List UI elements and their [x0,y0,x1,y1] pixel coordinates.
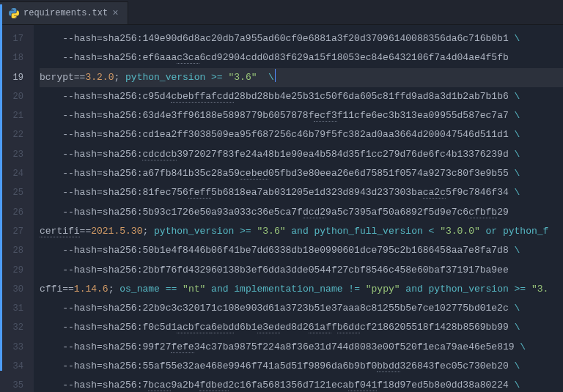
line-number: 18 [0,48,34,67]
line-number: 27 [0,222,34,241]
tab-filename: requirements.txt [23,8,108,18]
code-line: bcrypt==3.2.0; python_version >= "3.6" \ [40,68,563,87]
line-number: 35 [0,376,34,392]
close-icon[interactable]: × [112,8,118,18]
tab-bar: requirements.txt × [0,0,563,25]
line-number: 33 [0,338,34,357]
code-area[interactable]: --hash=sha256:149e90d6d8ac20db7a955ad60c… [34,25,563,392]
code-line: --hash=sha256:50b1e4f8446b06f41be7dd6338… [40,241,563,260]
text-cursor [275,69,276,82]
code-line: --hash=sha256:55af55e32ae468e9946f741a5d… [40,357,563,376]
code-line: --hash=sha256:ef6aaac3ca6cd92904cdd0d83f… [40,48,563,67]
python-icon [9,8,19,18]
code-line: --hash=sha256:a67fb841b35c28a59cebed05fb… [40,164,563,183]
code-line: --hash=sha256:63d4e3ff96188e5898779b6057… [40,106,563,125]
code-editor[interactable]: 17181920212223242526272829303132333435 -… [0,25,563,392]
line-number: 29 [0,261,34,280]
line-number: 26 [0,203,34,222]
line-number: 20 [0,87,34,106]
line-number: 23 [0,145,34,164]
line-number: 34 [0,357,34,376]
code-line: certifi==2021.5.30; python_version >= "3… [40,222,563,241]
code-line: --hash=sha256:81fec756feff5b6818ea7ab031… [40,183,563,202]
code-line: cffi==1.14.6; os_name == "nt" and implem… [40,280,563,299]
line-number-gutter: 17181920212223242526272829303132333435 [0,25,34,392]
line-number: 24 [0,164,34,183]
code-line: --hash=sha256:99f27fefe34c37ba9875f224a8… [40,338,563,357]
line-number: 31 [0,299,34,318]
active-line-marker [0,25,2,371]
code-line: --hash=sha256:7bcac9a2b4fdbed2c16fa56813… [40,376,563,392]
line-number: 32 [0,318,34,337]
line-number: 17 [0,29,34,48]
code-line: --hash=sha256:c95d4cbebffafcdd28bd28bb4e… [40,87,563,106]
code-line: --hash=sha256:22b9c3c320171c108e903d61a3… [40,299,563,318]
code-line: --hash=sha256:5b93c1726e50a93a033c36e5ca… [40,203,563,222]
code-line: --hash=sha256:f0c5d1acbfca6ebdd6b1e3eded… [40,318,563,337]
code-line: --hash=sha256:149e90d6d8ac20db7a955ad60c… [40,29,563,48]
line-number: 22 [0,125,34,144]
tab-requirements[interactable]: requirements.txt × [0,1,128,24]
line-number: 21 [0,106,34,125]
code-line: --hash=sha256:cd1ea2ff3038509ea95f687256… [40,125,563,144]
code-line: --hash=sha256:2bbf76fd432960138b3ef6dda3… [40,261,563,280]
line-number: 30 [0,280,34,299]
code-line: --hash=sha256:cdcdcb3972027f83fe24a48b1e… [40,145,563,164]
line-number: 19 [0,68,34,87]
line-number: 25 [0,183,34,202]
line-number: 28 [0,241,34,260]
